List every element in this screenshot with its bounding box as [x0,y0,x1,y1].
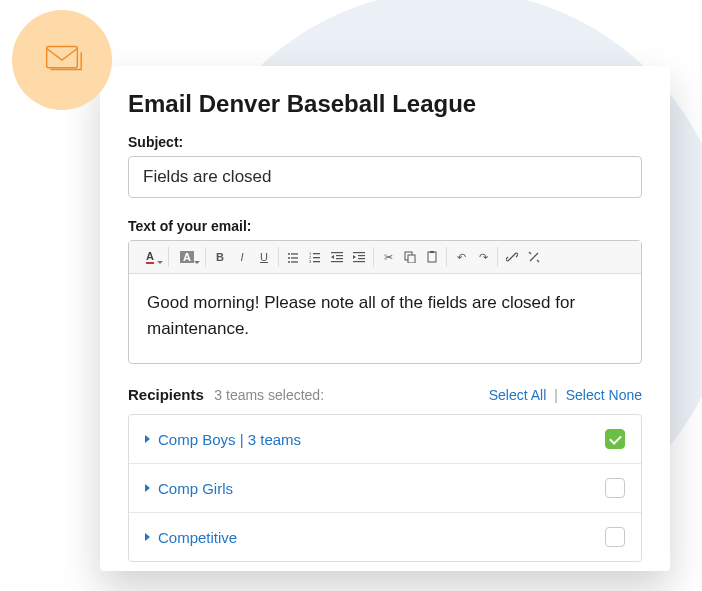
link-divider: | [554,387,558,403]
svg-rect-6 [291,261,298,262]
redo-button[interactable]: ↷ [472,245,494,269]
bullet-list-button[interactable] [282,245,304,269]
svg-rect-24 [430,251,434,253]
toolbar-separator [446,247,447,267]
unlink-button[interactable] [523,245,545,269]
group-checkbox[interactable] [605,429,625,449]
svg-point-1 [288,253,290,255]
outdent-button[interactable] [326,245,348,269]
number-list-button[interactable]: 123 [304,245,326,269]
svg-rect-8 [313,253,320,254]
group-checkbox[interactable] [605,527,625,547]
group-label: Comp Girls [158,480,233,497]
email-body-textarea[interactable]: Good morning! Please note all of the fie… [129,274,641,363]
svg-rect-4 [291,257,298,258]
group-label: Comp Boys | 3 teams [158,431,301,448]
toolbar-separator [205,247,206,267]
cut-button[interactable]: ✂ [377,245,399,269]
copy-button[interactable] [399,245,421,269]
email-compose-card: Email Denver Baseball League Subject: Te… [100,66,670,571]
recipient-group-row[interactable]: Comp Girls [129,464,641,513]
chevron-right-icon [145,484,150,492]
chevron-right-icon [145,533,150,541]
italic-button[interactable]: I [231,245,253,269]
svg-point-5 [288,261,290,263]
svg-rect-17 [353,252,365,253]
svg-rect-18 [358,255,365,256]
indent-button[interactable] [348,245,370,269]
svg-rect-15 [336,258,343,259]
select-all-link[interactable]: Select All [489,387,547,403]
svg-rect-13 [331,252,343,253]
recipients-label: Recipients [128,386,204,403]
svg-rect-20 [353,261,365,262]
select-none-link[interactable]: Select None [566,387,642,403]
svg-rect-16 [331,261,343,262]
bold-button[interactable]: B [209,245,231,269]
svg-point-3 [288,257,290,259]
toolbar-separator [373,247,374,267]
svg-rect-2 [291,253,298,254]
group-label: Competitive [158,529,237,546]
svg-rect-14 [336,255,343,256]
link-button[interactable] [501,245,523,269]
editor-toolbar: A A B I U 123 ✂ [129,241,641,274]
svg-rect-19 [358,258,365,259]
underline-button[interactable]: U [253,245,275,269]
svg-rect-12 [313,261,320,262]
recipients-summary: 3 teams selected: [214,387,324,403]
subject-label: Subject: [128,134,642,150]
recipients-group-list: Comp Boys | 3 teams Comp Girls Competiti… [128,414,642,562]
recipients-header: Recipients 3 teams selected: Select All … [128,386,642,404]
undo-button[interactable]: ↶ [450,245,472,269]
svg-rect-0 [47,47,78,68]
body-label: Text of your email: [128,218,642,234]
svg-rect-10 [313,257,320,258]
group-checkbox[interactable] [605,478,625,498]
toolbar-separator [278,247,279,267]
chevron-right-icon [145,435,150,443]
toolbar-separator [497,247,498,267]
recipient-group-row[interactable]: Comp Boys | 3 teams [129,415,641,464]
envelope-stack-icon [39,37,85,83]
recipient-group-row[interactable]: Competitive [129,513,641,561]
toolbar-separator [168,247,169,267]
svg-rect-22 [408,255,415,263]
svg-rect-23 [428,252,436,262]
email-icon-badge [12,10,112,110]
background-color-button[interactable]: A [172,245,202,269]
page-title: Email Denver Baseball League [128,90,642,118]
subject-input[interactable] [128,156,642,198]
svg-text:3: 3 [309,259,312,263]
font-color-button[interactable]: A [135,245,165,269]
rich-text-editor: A A B I U 123 ✂ [128,240,642,364]
paste-button[interactable] [421,245,443,269]
